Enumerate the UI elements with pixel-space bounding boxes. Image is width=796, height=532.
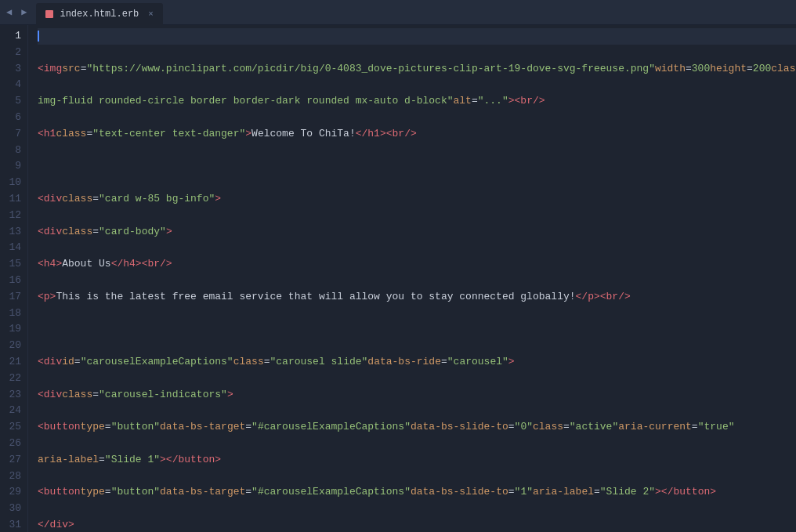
line-number-30: 30 — [3, 501, 21, 517]
editor: 1 2 3 4 5 6 7 8 9 10 11 12 13 14 15 16 1… — [0, 25, 796, 532]
line-number-25: 25 — [3, 419, 21, 436]
line-number-9: 9 — [3, 158, 21, 175]
line-number-20: 20 — [3, 338, 21, 354]
line-number-8: 8 — [3, 143, 21, 159]
line-number-21: 21 — [3, 354, 21, 371]
tab-bar: ◀ ▶ index.html.erb × — [0, 0, 796, 25]
line-number-17: 17 — [3, 289, 21, 306]
code-content: <img src="https://www.pinclipart.com/pic… — [38, 28, 796, 532]
line-number-13: 13 — [3, 224, 21, 241]
line-number-3: 3 — [3, 61, 21, 78]
line-number-31: 31 — [3, 517, 21, 532]
line-number-22: 22 — [3, 371, 21, 387]
line-number-15: 15 — [3, 256, 21, 273]
nav-forward-icon[interactable]: ▶ — [18, 5, 30, 20]
line-number-4: 4 — [3, 77, 21, 93]
tab-close-button[interactable]: × — [148, 9, 154, 19]
line-number-2: 2 — [3, 45, 21, 61]
line-number-27: 27 — [3, 452, 21, 469]
line-number-29: 29 — [3, 484, 21, 501]
line-number-24: 24 — [3, 403, 21, 419]
nav-back-icon[interactable]: ◀ — [3, 5, 15, 20]
line-number-10: 10 — [3, 175, 21, 191]
line-number-18: 18 — [3, 306, 21, 322]
tab-file-icon — [45, 10, 53, 18]
line-number-7: 7 — [3, 126, 21, 143]
line-number-16: 16 — [3, 273, 21, 289]
line-number-1: 1 — [3, 28, 21, 45]
line-number-14: 14 — [3, 240, 21, 256]
line-number-11: 11 — [3, 191, 21, 208]
line-numbers: 1 2 3 4 5 6 7 8 9 10 11 12 13 14 15 16 1… — [0, 25, 28, 532]
line-number-12: 12 — [3, 208, 21, 224]
line-number-23: 23 — [3, 387, 21, 404]
tab-label: index.html.erb — [60, 9, 139, 20]
line-number-28: 28 — [3, 469, 21, 485]
tab-index-html-erb[interactable]: index.html.erb × — [36, 3, 162, 25]
line-number-6: 6 — [3, 110, 21, 126]
line-number-26: 26 — [3, 436, 21, 452]
line-number-19: 19 — [3, 321, 21, 338]
line-number-5: 5 — [3, 93, 21, 110]
code-editor[interactable]: <img src="https://www.pinclipart.com/pic… — [28, 25, 796, 532]
